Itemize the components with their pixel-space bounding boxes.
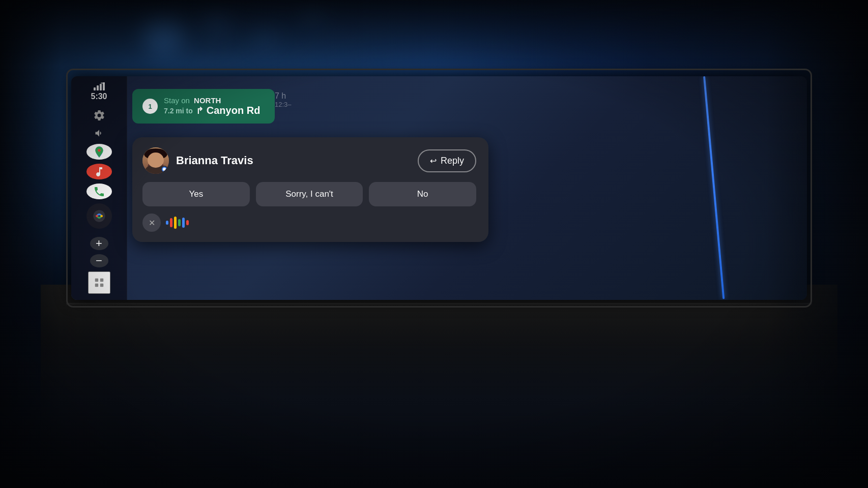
svg-rect-9 (95, 279, 98, 282)
bokeh-1 (142, 10, 183, 51)
svg-rect-0 (94, 87, 96, 90)
quick-reply-sorry[interactable]: Sorry, I can't (256, 182, 363, 206)
sidebar-bottom (88, 271, 110, 294)
wave-bar-6 (186, 220, 189, 225)
close-voice-button[interactable]: ✕ (142, 214, 161, 232)
svg-point-8 (100, 215, 103, 218)
bokeh-2 (204, 5, 229, 30)
message-header: Brianna Travis ↩ Reply (142, 147, 476, 174)
wave-bar-5 (182, 218, 185, 228)
voice-bar: ✕ (142, 214, 476, 232)
zoom-in-button[interactable]: + (90, 237, 108, 250)
voice-waveform (166, 215, 189, 230)
dashboard-ridge (66, 303, 812, 306)
svg-point-5 (98, 149, 100, 151)
reply-button[interactable]: ↩ Reply (418, 149, 476, 172)
reply-arrow-icon: ↩ (430, 156, 437, 166)
wave-bar-2 (170, 218, 172, 227)
sidebar: 5:30 (71, 76, 127, 300)
nav-text-block: Stay on NORTH 7.2 mi to ↱ Canyon Rd (164, 96, 260, 116)
dashboard-body (41, 285, 837, 488)
reply-label: Reply (441, 156, 464, 166)
svg-rect-12 (100, 284, 103, 287)
status-bar: 5:30 (91, 82, 107, 101)
svg-rect-1 (97, 85, 99, 90)
quick-replies: Yes Sorry, I can't No (142, 182, 476, 206)
wave-bar-3 (174, 217, 177, 229)
wave-bar-4 (178, 219, 181, 226)
maps-app-button[interactable] (86, 144, 112, 160)
route-line (703, 76, 725, 299)
contact-info: Brianna Travis (142, 147, 253, 174)
svg-rect-11 (95, 284, 98, 287)
bokeh-4 (305, 3, 321, 18)
nav-road-number: 1 (142, 99, 158, 114)
navigation-card: 1 Stay on NORTH 7.2 mi to ↱ Canyon Rd (132, 89, 275, 124)
nav-road-name: 7.2 mi to ↱ Canyon Rd (164, 105, 260, 116)
bokeh-3 (254, 25, 275, 46)
assistant-button[interactable] (86, 203, 112, 229)
app-grid-button[interactable] (88, 271, 110, 294)
svg-point-7 (96, 215, 98, 218)
wave-bar-1 (166, 221, 168, 225)
svg-rect-10 (100, 279, 103, 282)
eta-info: 7 h 12:3– (275, 92, 292, 108)
message-card: Brianna Travis ↩ Reply Yes Sorry, I can'… (132, 137, 488, 242)
avatar (142, 147, 169, 174)
car-screen: 5:30 (71, 76, 807, 300)
volume-button[interactable] (88, 126, 110, 140)
signal-icon (94, 82, 105, 92)
zoom-out-button[interactable]: − (90, 254, 108, 267)
quick-reply-yes[interactable]: Yes (142, 182, 250, 206)
phone-app-button[interactable] (86, 184, 112, 199)
quick-reply-no[interactable]: No (369, 182, 476, 206)
contact-name: Brianna Travis (176, 154, 253, 167)
svg-rect-2 (100, 84, 102, 90)
settings-button[interactable] (88, 108, 110, 122)
time-display: 5:30 (91, 92, 107, 101)
music-app-button[interactable] (86, 164, 112, 179)
svg-rect-4 (101, 82, 105, 84)
